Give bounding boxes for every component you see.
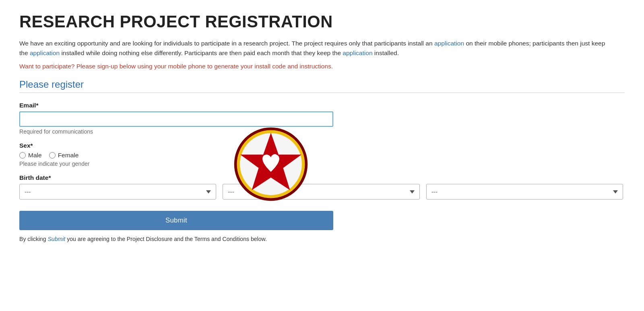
birthdate-field-group: Birth date* --- --- --- <box>19 174 623 200</box>
sex-male-option[interactable]: Male <box>19 152 42 159</box>
birthdate-selects-row: --- --- --- <box>19 184 623 200</box>
sex-female-radio[interactable] <box>49 152 56 159</box>
terms-text: By clicking Submit you are agreeing to t… <box>19 236 623 242</box>
registration-form: Email* Required for communications Sex* … <box>19 102 623 242</box>
email-label: Email* <box>19 102 623 109</box>
sex-female-label: Female <box>58 152 79 159</box>
intro-paragraph-1: We have an exciting opportunity and are … <box>19 39 615 58</box>
submit-button[interactable]: Submit <box>19 211 333 230</box>
email-input[interactable] <box>19 111 333 127</box>
section-divider <box>19 93 625 93</box>
birthdate-day-select[interactable]: --- <box>223 184 419 200</box>
sex-field-group: Sex* Male Female Please indicate your ge… <box>19 142 623 167</box>
email-field-group: Email* Required for communications <box>19 102 623 135</box>
page-title: RESEARCH PROJECT REGISTRATION <box>19 12 625 31</box>
gender-hint: Please indicate your gender <box>19 161 623 167</box>
birthdate-year-select[interactable]: --- <box>426 184 623 200</box>
email-hint: Required for communications <box>19 128 623 135</box>
sex-male-label: Male <box>28 152 42 159</box>
sex-female-option[interactable]: Female <box>49 152 79 159</box>
sex-label: Sex* <box>19 142 623 149</box>
submit-link[interactable]: Submit <box>47 236 65 242</box>
signup-paragraph: Want to participate? Please sign-up belo… <box>19 63 625 70</box>
section-title: Please register <box>19 79 625 90</box>
sex-radio-group: Male Female <box>19 152 623 159</box>
sex-male-radio[interactable] <box>19 152 26 159</box>
birthdate-month-select[interactable]: --- <box>19 184 216 200</box>
birthdate-label: Birth date* <box>19 174 623 181</box>
